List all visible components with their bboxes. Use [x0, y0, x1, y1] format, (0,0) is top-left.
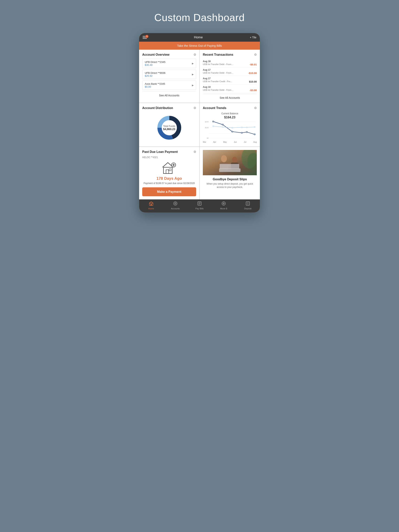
transaction-desc: UDB Int Transfer Credit - From: Checking… — [203, 80, 234, 82]
transaction-date: Aug 10 — [203, 86, 257, 89]
transaction-desc: UDB Int Transfer Debit - From: Checking … — [203, 63, 234, 65]
home-label: Home — [148, 207, 154, 210]
svg-point-18 — [222, 127, 223, 127]
recent-transactions-settings-icon[interactable]: ⚙ — [254, 53, 257, 57]
svg-point-16 — [254, 134, 255, 135]
promo-widget: Goodbye Deposit Slips When you setup dir… — [200, 147, 260, 199]
svg-text:$100: $100 — [205, 127, 209, 128]
svg-point-32 — [232, 157, 237, 163]
transaction-date: Aug 17 — [203, 77, 257, 80]
account-name: Axos Bank **2345 — [145, 82, 165, 85]
svg-rect-25 — [169, 169, 171, 171]
account-item[interactable]: UFB Direct **2345 $30.48 ▶ — [142, 59, 196, 68]
bottom-nav: Home Accounts Pay Bills — [139, 199, 260, 212]
account-arrow-icon: ▶ — [192, 62, 194, 65]
top-nav: 3 Home + Tile — [139, 33, 260, 42]
account-overview-settings-icon[interactable]: ⚙ — [193, 53, 196, 57]
account-arrow-icon: ▶ — [192, 84, 194, 87]
pay-bills-icon — [197, 201, 202, 207]
nav-accounts[interactable]: Accounts — [168, 201, 182, 210]
widget-header: Account Distribution ⚙ — [142, 106, 196, 110]
svg-text:$200: $200 — [205, 121, 209, 123]
account-trends-widget: Account Trends ⚙ Current Balance $164.23… — [200, 103, 260, 146]
house-icon-area — [142, 161, 196, 175]
days-ago-label: 178 Days Ago — [142, 176, 196, 181]
account-balance: $26.92 — [145, 74, 165, 77]
transaction-item[interactable]: Aug 17 UDB Int Transfer Credit - From: C… — [203, 76, 257, 84]
see-all-accounts-button[interactable]: See All Accounts — [142, 92, 196, 97]
transaction-amount: -$3.00 — [250, 89, 257, 92]
loan-subtitle: HELOC **4321 — [142, 156, 196, 159]
chart-x-labels: Mar Apr May Jun Jul Aug — [203, 141, 257, 143]
past-due-loan-title: Past Due Loan Payment — [142, 150, 178, 154]
account-distribution-title: Account Distribution — [142, 106, 173, 110]
svg-rect-35 — [220, 164, 239, 169]
line-chart-svg: $200 $100 $0 — [203, 121, 257, 140]
account-overview-widget: Account Overview ⚙ UFB Direct **2345 $30… — [139, 50, 199, 103]
widget-header: Account Trends ⚙ — [203, 106, 257, 110]
device-frame: 3 Home + Tile Take the Stress Out of Pay… — [139, 33, 260, 212]
trends-amount: $164.23 — [203, 116, 257, 119]
nav-home[interactable]: Home — [144, 201, 158, 210]
transaction-item[interactable]: Aug 10 UDB Int Transfer Debit - From: Ch… — [203, 84, 257, 93]
promo-image — [203, 150, 257, 175]
account-distribution-widget: Account Distribution ⚙ Total Funds — [139, 103, 199, 146]
account-item[interactable]: Axos Bank **2345 $0.00 ▶ — [142, 81, 196, 90]
account-item[interactable]: UFB Direct **8936 $26.92 ▶ — [142, 70, 196, 79]
account-overview-title: Account Overview — [142, 53, 169, 57]
recent-transactions-widget: Recent Transactions ⚙ Aug 18 UDB Int Tra… — [200, 50, 260, 103]
transaction-date: Aug 18 — [203, 60, 257, 63]
account-trends-title: Account Trends — [203, 106, 226, 110]
svg-rect-39 — [151, 204, 152, 205]
move-money-icon — [221, 201, 226, 207]
transaction-desc: UDB Int Transfer Debit - From: Checking … — [203, 89, 234, 91]
account-balance: $0.00 — [145, 85, 165, 88]
past-due-loan-widget: Past Due Loan Payment ⚙ HELOC **4321 — [139, 147, 199, 199]
nav-pay-bills[interactable]: Pay Bills — [193, 201, 206, 210]
nav-title: Home — [194, 35, 203, 39]
accounts-icon — [173, 201, 178, 207]
svg-point-41 — [175, 203, 176, 204]
promo-title: Goodbye Deposit Slips — [206, 177, 254, 181]
deposit-icon — [246, 201, 250, 207]
svg-point-21 — [246, 127, 247, 128]
see-all-transactions-button[interactable]: See All Accounts — [203, 94, 257, 100]
svg-text:$0: $0 — [207, 137, 209, 139]
promo-banner[interactable]: Take the Stress Out of Paying Bills — [139, 42, 260, 50]
svg-point-22 — [254, 127, 255, 127]
svg-point-30 — [221, 155, 227, 162]
svg-point-17 — [213, 126, 214, 127]
page-title: Custom Dashboard — [154, 12, 245, 23]
menu-button[interactable]: 3 — [143, 36, 147, 39]
pay-bills-label: Pay Bills — [195, 207, 204, 210]
notification-badge: 3 — [145, 35, 148, 38]
svg-point-14 — [241, 132, 242, 133]
svg-point-13 — [232, 131, 233, 132]
past-due-loan-settings-icon[interactable]: ⚙ — [193, 150, 196, 154]
transaction-item[interactable]: Aug 18 UDB Int Transfer Debit - From: Ch… — [203, 59, 257, 67]
donut-label: Total Funds $4,860.23 — [163, 125, 175, 131]
trends-chart: $200 $100 $0 — [203, 121, 257, 140]
nav-deposit[interactable]: Deposit — [241, 201, 255, 210]
nav-move-money[interactable]: Move $ — [217, 201, 231, 210]
widget-header: Account Overview ⚙ — [142, 53, 196, 57]
widget-grid: Account Overview ⚙ UFB Direct **2345 $30… — [139, 50, 260, 199]
house-icon — [161, 161, 177, 175]
move-money-label: Move $ — [220, 207, 227, 210]
transaction-item[interactable]: Aug 17 UDB Int Transfer Debit - From: Ch… — [203, 67, 257, 76]
account-trends-settings-icon[interactable]: ⚙ — [254, 106, 257, 110]
promo-desc: When you setup direct deposit, you get q… — [206, 182, 254, 189]
home-icon — [149, 201, 153, 207]
account-distribution-settings-icon[interactable]: ⚙ — [193, 106, 196, 110]
transaction-amount: -$10.00 — [248, 72, 257, 75]
make-payment-button[interactable]: Make a Payment — [142, 187, 196, 196]
account-name: UFB Direct **8936 — [145, 71, 165, 74]
svg-point-19 — [232, 127, 233, 128]
donut-chart-container: Total Funds $4,860.23 — [142, 112, 196, 143]
accounts-label: Accounts — [171, 207, 180, 210]
svg-point-15 — [246, 132, 247, 133]
tile-button[interactable]: + Tile — [250, 36, 256, 39]
account-name: UFB Direct **2345 — [145, 61, 165, 63]
promo-text-area: Goodbye Deposit Slips When you setup dir… — [203, 175, 257, 192]
svg-rect-24 — [166, 170, 169, 173]
